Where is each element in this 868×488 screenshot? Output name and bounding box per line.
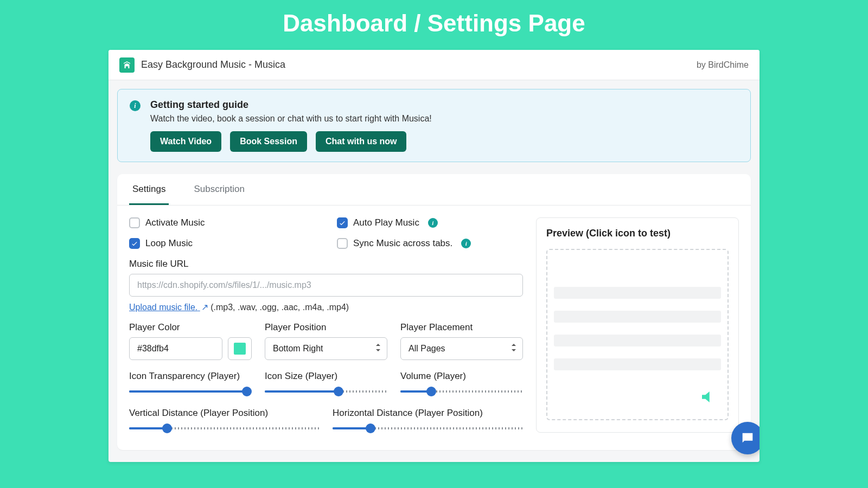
info-icon: i <box>130 100 141 111</box>
autoplay-info-icon[interactable]: i <box>428 218 438 228</box>
chat-fab-button[interactable] <box>731 422 760 454</box>
app-logo-icon <box>119 57 135 73</box>
chat-now-button[interactable]: Chat with us now <box>316 131 407 152</box>
player-color-input[interactable] <box>129 337 222 360</box>
app-byline: by BirdChime <box>697 60 749 70</box>
sync-music-label: Sync Music across tabs. <box>353 238 452 249</box>
hdist-slider[interactable] <box>333 423 523 434</box>
player-preview-button[interactable] <box>699 389 716 407</box>
music-url-label: Music file URL <box>129 259 523 269</box>
speaker-icon <box>699 389 716 405</box>
activate-music-label: Activate Music <box>145 217 205 228</box>
placeholder-line <box>554 287 721 299</box>
tab-bar: Settings Subscription <box>117 174 751 206</box>
transparency-slider-label: Icon Transparency (Player) <box>129 371 252 382</box>
app-header: Easy Background Music - Musica by BirdCh… <box>108 50 760 80</box>
placeholder-line <box>554 311 721 323</box>
loop-music-checkbox[interactable] <box>129 238 140 249</box>
loop-music-label: Loop Music <box>145 238 193 249</box>
player-color-swatch-button[interactable] <box>228 337 252 360</box>
iconsize-slider[interactable] <box>265 386 387 397</box>
vdist-slider[interactable] <box>129 423 320 434</box>
settings-card: Settings Subscription Activate Music Aut… <box>117 174 751 450</box>
preview-panel: Preview (Click icon to test) <box>536 217 739 433</box>
player-color-label: Player Color <box>129 322 252 333</box>
vdist-slider-label: Vertical Distance (Player Position) <box>129 408 320 419</box>
tab-subscription[interactable]: Subscription <box>190 174 248 205</box>
volume-slider[interactable] <box>400 386 523 397</box>
guide-subtitle: Watch the video, book a session or chat … <box>150 114 432 124</box>
player-placement-select[interactable] <box>400 337 523 360</box>
volume-slider-label: Volume (Player) <box>400 371 523 382</box>
player-position-label: Player Position <box>265 322 387 333</box>
guide-title: Getting started guide <box>150 99 432 111</box>
sync-info-icon[interactable]: i <box>461 239 471 248</box>
upload-music-link[interactable]: Upload music file. ↗ <box>129 303 208 312</box>
activate-music-checkbox[interactable] <box>129 217 140 228</box>
hdist-slider-label: Horizontal Distance (Player Position) <box>333 408 523 419</box>
getting-started-banner: i Getting started guide Watch the video,… <box>117 89 751 162</box>
autoplay-music-checkbox[interactable] <box>337 217 348 228</box>
preview-canvas <box>546 249 729 420</box>
iconsize-slider-label: Icon Size (Player) <box>265 371 387 382</box>
app-header-left: Easy Background Music - Musica <box>119 57 285 73</box>
app-name: Easy Background Music - Musica <box>141 59 285 70</box>
player-placement-label: Player Placement <box>400 322 523 333</box>
music-url-input[interactable] <box>129 274 523 297</box>
external-link-icon: ↗ <box>201 302 208 312</box>
transparency-slider[interactable] <box>129 386 252 397</box>
upload-music-hint: (.mp3, .wav, .ogg, .aac, .m4a, .mp4) <box>210 303 349 312</box>
placeholder-line <box>554 358 721 370</box>
player-position-select[interactable] <box>265 337 387 360</box>
preview-title: Preview (Click icon to test) <box>546 228 729 239</box>
color-swatch-icon <box>234 343 246 355</box>
sync-music-checkbox[interactable] <box>337 238 348 249</box>
placeholder-line <box>554 335 721 346</box>
chat-bubble-icon <box>740 431 755 446</box>
autoplay-music-label: Auto Play Music <box>353 217 419 228</box>
watch-video-button[interactable]: Watch Video <box>150 131 221 152</box>
book-session-button[interactable]: Book Session <box>230 131 307 152</box>
page-title: Dashboard / Settings Page <box>0 0 868 37</box>
app-window: Easy Background Music - Musica by BirdCh… <box>108 50 760 462</box>
tab-settings[interactable]: Settings <box>129 174 169 205</box>
